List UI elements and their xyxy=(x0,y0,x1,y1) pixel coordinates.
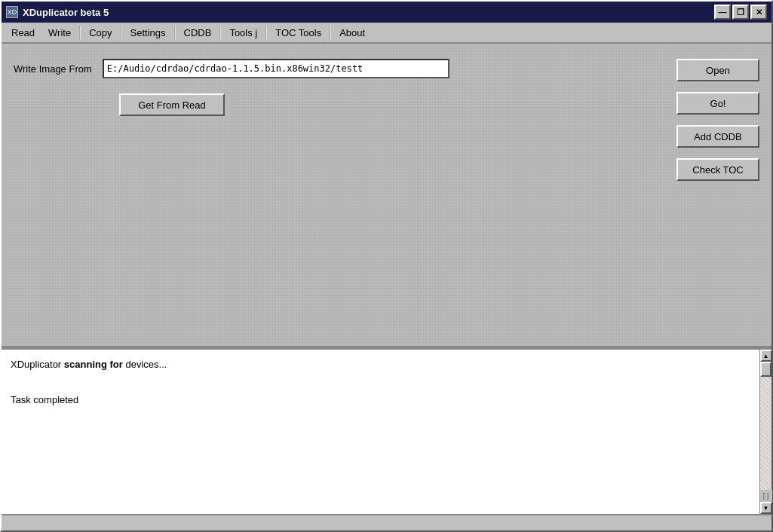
status-bar xyxy=(2,514,771,530)
log-panel: XDuplicator scanning for devices... Task… xyxy=(2,348,771,514)
scrollbar: ▲ [·] ▼ xyxy=(759,350,771,514)
menu-bar: Read Write Copy Settings CDDB Tools j TO… xyxy=(2,23,771,44)
write-image-label: Write Image From xyxy=(14,63,92,75)
menu-item-read[interactable]: Read xyxy=(5,25,41,41)
menu-item-write[interactable]: Write xyxy=(41,25,78,41)
log-text-completed: completed xyxy=(31,394,79,405)
main-window: XD XDuplicator beta 5 — ❐ ✕ Read Write C… xyxy=(0,0,773,532)
menu-separator-1 xyxy=(79,26,81,39)
check-toc-button[interactable]: Check TOC xyxy=(676,158,759,181)
log-line-2 xyxy=(11,375,750,390)
right-buttons: Open Go! Add CDDB Check TOC xyxy=(676,59,759,181)
minimize-button[interactable]: — xyxy=(714,5,731,20)
menu-item-tools[interactable]: Tools j xyxy=(222,25,264,41)
write-image-row: Write Image From xyxy=(14,59,759,78)
menu-item-cddb[interactable]: CDDB xyxy=(177,25,219,41)
add-cddb-button[interactable]: Add CDDB xyxy=(676,125,759,148)
restore-button[interactable]: ❐ xyxy=(732,5,749,20)
path-input[interactable] xyxy=(103,59,449,78)
menu-separator-4 xyxy=(219,26,221,39)
go-button[interactable]: Go! xyxy=(676,92,759,115)
scroll-track[interactable] xyxy=(760,362,771,490)
main-content: Write Image From Get From Read Open Go! … xyxy=(2,44,771,514)
log-line-3: Task completed xyxy=(11,393,750,408)
close-button[interactable]: ✕ xyxy=(750,5,767,20)
app-icon: XD xyxy=(6,6,18,18)
menu-separator-3 xyxy=(174,26,176,39)
log-line-1: XDuplicator scanning for devices... xyxy=(11,357,750,372)
menu-separator-5 xyxy=(265,26,267,39)
log-text-bold-1: scanning for xyxy=(64,359,123,370)
scroll-up-button[interactable]: ▲ xyxy=(760,350,772,362)
menu-item-settings[interactable]: Settings xyxy=(124,25,173,41)
get-from-read-button[interactable]: Get From Read xyxy=(119,93,225,116)
menu-item-copy[interactable]: Copy xyxy=(82,25,118,41)
log-text-after-1: devices... xyxy=(123,359,167,370)
log-text-task: Task xyxy=(11,394,31,405)
log-area: XDuplicator scanning for devices... Task… xyxy=(2,350,759,514)
menu-separator-2 xyxy=(121,26,122,39)
menu-item-toc-tools[interactable]: TOC Tools xyxy=(268,25,328,41)
write-panel: Write Image From Get From Read Open Go! … xyxy=(2,44,771,348)
title-bar-buttons: — ❐ ✕ xyxy=(714,5,767,20)
window-title: XDuplicator beta 5 xyxy=(23,7,109,18)
menu-item-about[interactable]: About xyxy=(333,25,372,41)
scroll-down-button[interactable]: ▼ xyxy=(760,502,772,514)
scroll-thumb[interactable] xyxy=(760,362,771,377)
log-text-normal-1: XDuplicator xyxy=(11,359,64,370)
get-from-read-row: Get From Read xyxy=(119,93,759,116)
menu-separator-6 xyxy=(330,26,331,39)
scroll-corner: [·] xyxy=(760,490,772,502)
title-bar-left: XD XDuplicator beta 5 xyxy=(6,6,109,18)
title-bar: XD XDuplicator beta 5 — ❐ ✕ xyxy=(2,2,771,23)
open-button[interactable]: Open xyxy=(676,59,759,81)
